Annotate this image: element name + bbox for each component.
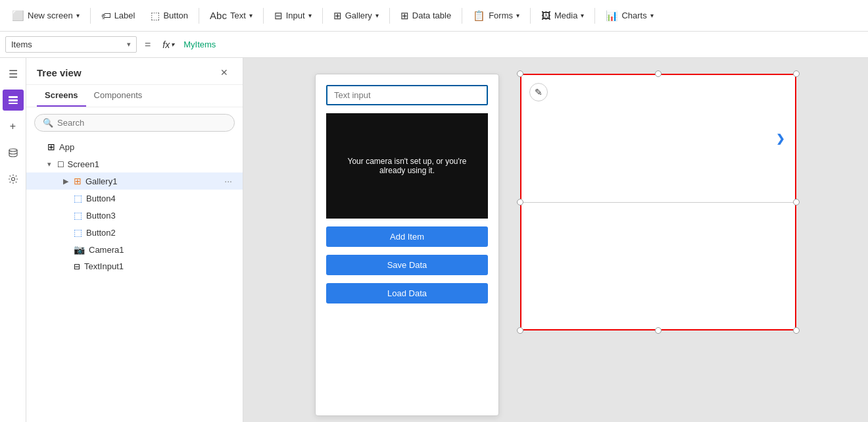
items-dropdown[interactable]: Items ▾ <box>5 36 137 53</box>
load-data-button[interactable]: Load Data <box>326 283 488 303</box>
tree-title: Tree view <box>37 67 82 78</box>
gallery-button[interactable]: ⊞ Gallery ▾ <box>327 7 385 24</box>
tree-view-panel: Tree view ✕ Screens Components 🔍 ⊞ App ▾… <box>26 58 243 422</box>
input-button[interactable]: ⊟ Input ▾ <box>268 7 318 24</box>
left-sidebar: ☰ + <box>0 58 26 422</box>
data-table-button[interactable]: ⊞ Data table <box>394 7 458 24</box>
separator8 <box>594 8 595 24</box>
handle-top-left[interactable] <box>517 70 523 77</box>
text-chevron-icon: ▾ <box>249 12 253 19</box>
textinput1-node[interactable]: ⊟ TextInput1 <box>26 258 243 275</box>
settings-button[interactable] <box>3 169 24 190</box>
handle-middle-left[interactable] <box>517 199 523 205</box>
handle-bottom-center[interactable] <box>655 327 662 334</box>
input-icon: ⊟ <box>274 10 283 22</box>
settings-icon <box>7 173 19 185</box>
text-icon: Abc <box>210 10 227 21</box>
svg-point-4 <box>11 178 14 181</box>
screen1-node[interactable]: ▾ □ Screen1 <box>26 155 243 172</box>
gallery-row-1[interactable]: ❯ <box>521 75 795 203</box>
handle-middle-right[interactable] <box>793 199 800 205</box>
screen1-label: Screen1 <box>67 159 232 169</box>
gallery1-label: Gallery1 <box>85 176 222 186</box>
new-screen-button[interactable]: ⬜ New screen ▾ <box>5 7 86 24</box>
handle-bottom-right[interactable] <box>793 327 800 334</box>
handle-bottom-left[interactable] <box>517 327 523 334</box>
button2-icon: ⬚ <box>74 227 82 238</box>
separator2 <box>199 8 199 24</box>
text-button[interactable]: Abc Text ▾ <box>203 7 259 24</box>
items-chevron-icon: ▾ <box>127 40 131 49</box>
text-input-field[interactable] <box>326 85 488 105</box>
button2-node[interactable]: ⬚ Button2 <box>26 224 243 241</box>
main-toolbar: ⬜ New screen ▾ 🏷 Label ⬚ Button Abc Text… <box>0 0 868 32</box>
layers-button[interactable] <box>3 90 24 111</box>
media-button[interactable]: 🖼 Media ▾ <box>535 7 591 24</box>
button-button[interactable]: ⬚ Button <box>144 7 195 24</box>
app-node[interactable]: ⊞ App <box>26 138 243 155</box>
button2-label: Button2 <box>86 228 232 238</box>
database-icon <box>7 147 19 159</box>
forms-button[interactable]: 📋 Forms ▾ <box>466 7 526 24</box>
separator7 <box>530 8 531 24</box>
chevron-down-icon: ▾ <box>76 12 80 19</box>
svg-rect-2 <box>9 103 18 104</box>
label-button[interactable]: 🏷 Label <box>95 7 142 24</box>
gallery-icon: ⊞ <box>333 10 342 22</box>
gallery1-more-icon[interactable]: ··· <box>224 176 232 186</box>
button4-node[interactable]: ⬚ Button4 <box>26 190 243 207</box>
tab-screens[interactable]: Screens <box>37 85 86 107</box>
gallery-chevron-icon: ▾ <box>375 12 379 19</box>
camera-view: Your camera isn't set up, or you're alre… <box>326 113 488 219</box>
add-button[interactable]: + <box>3 116 24 137</box>
data-table-icon: ⊞ <box>400 10 409 22</box>
textinput1-icon: ⊟ <box>74 262 80 271</box>
formula-bar: Items ▾ = fx ▾ MyItems <box>0 32 868 58</box>
button4-label: Button4 <box>86 194 232 203</box>
add-item-button[interactable]: Add Item <box>326 226 488 247</box>
equals-symbol: = <box>142 39 153 51</box>
charts-chevron-icon: ▾ <box>650 12 654 19</box>
label-icon: 🏷 <box>101 10 111 21</box>
input-chevron-icon: ▾ <box>308 12 312 19</box>
gallery-frame[interactable]: ✎ ❯ <box>520 74 796 330</box>
button3-icon: ⬚ <box>74 210 82 221</box>
formula-value[interactable]: MyItems <box>183 40 216 49</box>
layers-icon <box>7 94 19 106</box>
screen-icon: ⬜ <box>12 10 24 22</box>
database-button[interactable] <box>3 142 24 163</box>
camera1-node[interactable]: 📷 Camera1 <box>26 241 243 258</box>
tree-close-button[interactable]: ✕ <box>216 66 232 79</box>
tree-tabs: Screens Components <box>26 85 243 107</box>
handle-top-right[interactable] <box>793 70 800 77</box>
forms-chevron-icon: ▾ <box>516 12 519 19</box>
tree-search[interactable]: 🔍 <box>34 114 235 132</box>
charts-button[interactable]: 📊 Charts ▾ <box>599 7 660 24</box>
tree-header: Tree view ✕ <box>26 58 243 85</box>
fx-chevron-icon: ▾ <box>171 41 174 48</box>
gallery1-node[interactable]: ▶ ⊞ Gallery1 ··· <box>26 172 243 190</box>
textinput1-label: TextInput1 <box>84 261 232 271</box>
button3-node[interactable]: ⬚ Button3 <box>26 207 243 224</box>
forms-icon: 📋 <box>473 10 485 22</box>
button4-icon: ⬚ <box>74 193 82 203</box>
save-data-button[interactable]: Save Data <box>326 255 488 275</box>
hamburger-menu-button[interactable]: ☰ <box>3 63 24 84</box>
separator5 <box>389 8 390 24</box>
search-icon: 🔍 <box>43 118 53 128</box>
charts-icon: 📊 <box>606 10 618 22</box>
svg-point-3 <box>9 149 17 151</box>
camera1-icon: 📷 <box>74 244 85 255</box>
button3-label: Button3 <box>86 211 232 221</box>
screen1-expand-icon: ▾ <box>47 160 58 169</box>
gallery-row-2[interactable] <box>521 203 795 330</box>
media-icon: 🖼 <box>541 10 551 21</box>
app-preview-frame: Your camera isn't set up, or you're alre… <box>315 74 499 416</box>
gallery1-expand-icon: ▶ <box>63 177 74 186</box>
svg-rect-0 <box>9 96 18 98</box>
camera1-label: Camera1 <box>89 245 232 255</box>
handle-top-center[interactable] <box>655 70 662 77</box>
fx-button[interactable]: fx ▾ <box>158 38 178 51</box>
search-input[interactable] <box>57 118 226 128</box>
tab-components[interactable]: Components <box>86 85 151 107</box>
